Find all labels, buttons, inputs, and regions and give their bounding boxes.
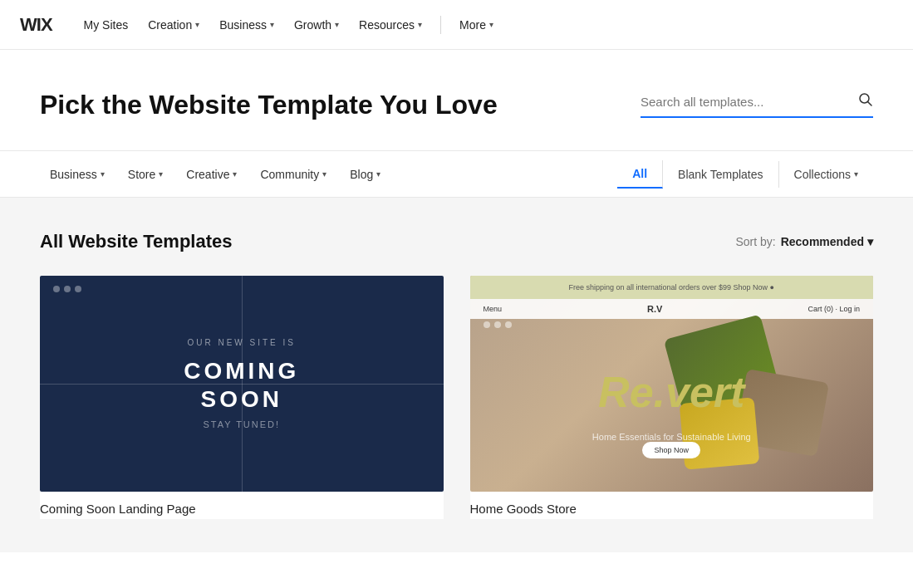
main-content: All Website Templates Sort by: Recommend… xyxy=(0,198,913,552)
nav-business[interactable]: Business ▾ xyxy=(211,12,282,38)
revert-preview: Free shipping on all international order… xyxy=(470,276,874,492)
coming-soon-main-text: COMINGSOON xyxy=(184,357,299,413)
revert-cart: Cart (0) · Log in xyxy=(807,305,860,313)
sort-wrapper: Sort by: Recommended ▾ xyxy=(735,235,873,248)
template-thumb-coming-soon: OUR NEW SITE IS COMINGSOON STAY TUNED! xyxy=(40,276,444,492)
revert-tagline: Home Essentials for Sustainable Living xyxy=(592,432,751,442)
dot-2 xyxy=(64,286,71,292)
filter-community[interactable]: Community ▾ xyxy=(250,161,336,188)
growth-chevron-icon: ▾ xyxy=(335,20,339,29)
coming-soon-subtitle: STAY TUNED! xyxy=(184,419,299,429)
nav-resources[interactable]: Resources ▾ xyxy=(351,12,430,38)
filter-creative[interactable]: Creative ▾ xyxy=(176,161,247,188)
revert-nav: Menu R.V Cart (0) · Log in xyxy=(470,299,874,319)
filter-collections-chevron-icon: ▾ xyxy=(854,169,858,179)
revert-brand: R.V xyxy=(647,304,662,314)
search-icon[interactable] xyxy=(858,92,873,111)
search-input[interactable] xyxy=(641,95,858,109)
filter-blog-chevron-icon: ▾ xyxy=(376,169,380,179)
template-card-home-goods[interactable]: Free shipping on all international order… xyxy=(470,276,874,519)
nav-my-sites[interactable]: My Sites xyxy=(76,12,137,38)
template-thumb-home-goods: Free shipping on all international order… xyxy=(470,276,874,492)
filter-community-chevron-icon: ▾ xyxy=(322,169,326,179)
filter-right: All Blank Templates Collections ▾ xyxy=(617,160,873,189)
template-name-home-goods: Home Goods Store xyxy=(470,492,874,519)
section-title: All Website Templates xyxy=(40,231,232,252)
sort-chevron-icon: ▾ xyxy=(867,235,873,248)
main-nav: My Sites Creation ▾ Business ▾ Growth ▾ … xyxy=(76,12,893,38)
section-header: All Website Templates Sort by: Recommend… xyxy=(40,231,873,252)
nav-separator xyxy=(440,16,441,34)
creation-chevron-icon: ▾ xyxy=(195,20,199,29)
nav-growth[interactable]: Growth ▾ xyxy=(286,12,347,38)
revert-dots xyxy=(483,321,512,328)
filter-blank-templates[interactable]: Blank Templates xyxy=(663,161,778,188)
filter-bar: Business ▾ Store ▾ Creative ▾ Community … xyxy=(0,151,913,198)
wix-logo[interactable]: WIX xyxy=(20,14,52,36)
rdot-2 xyxy=(494,321,501,328)
rdot-1 xyxy=(483,321,490,328)
sort-dropdown[interactable]: Recommended ▾ xyxy=(781,235,873,248)
card-dots xyxy=(53,286,81,292)
filter-store[interactable]: Store ▾ xyxy=(118,161,173,188)
revert-menu: Menu xyxy=(483,305,503,313)
nav-more[interactable]: More ▾ xyxy=(451,12,502,38)
filter-blog[interactable]: Blog ▾ xyxy=(340,161,390,188)
dot-1 xyxy=(53,286,60,292)
header: WIX My Sites Creation ▾ Business ▾ Growt… xyxy=(0,0,913,50)
revert-bg: Free shipping on all international order… xyxy=(470,276,874,492)
filter-all[interactable]: All xyxy=(617,160,663,189)
filter-business[interactable]: Business ▾ xyxy=(40,161,115,188)
coming-soon-preview: OUR NEW SITE IS COMINGSOON STAY TUNED! xyxy=(40,276,444,492)
business-chevron-icon: ▾ xyxy=(270,20,274,29)
revert-topbar: Free shipping on all international order… xyxy=(470,276,874,299)
filter-collections[interactable]: Collections ▾ xyxy=(779,161,873,188)
hero-title: Pick the Website Template You Love xyxy=(40,90,498,120)
revert-main-text: Re.vert xyxy=(598,370,744,414)
dot-3 xyxy=(75,286,81,292)
filter-left: Business ▾ Store ▾ Creative ▾ Community … xyxy=(40,161,390,188)
nav-creation[interactable]: Creation ▾ xyxy=(140,12,208,38)
resources-chevron-icon: ▾ xyxy=(418,20,422,29)
search-wrapper xyxy=(641,92,873,118)
revert-cta-button[interactable]: Shop Now xyxy=(642,442,700,458)
hero-section: Pick the Website Template You Love xyxy=(0,50,913,151)
more-chevron-icon: ▾ xyxy=(489,20,493,29)
template-card-coming-soon[interactable]: OUR NEW SITE IS COMINGSOON STAY TUNED! C… xyxy=(40,276,444,519)
filter-business-chevron-icon: ▾ xyxy=(101,169,105,179)
coming-soon-pretitle: OUR NEW SITE IS xyxy=(184,338,299,347)
filter-creative-chevron-icon: ▾ xyxy=(233,169,237,179)
rdot-3 xyxy=(505,321,512,328)
sort-label: Sort by: xyxy=(735,235,775,248)
template-name-coming-soon: Coming Soon Landing Page xyxy=(40,492,444,519)
svg-line-1 xyxy=(868,102,872,106)
filter-store-chevron-icon: ▾ xyxy=(159,169,163,179)
template-grid: OUR NEW SITE IS COMINGSOON STAY TUNED! C… xyxy=(40,276,873,519)
